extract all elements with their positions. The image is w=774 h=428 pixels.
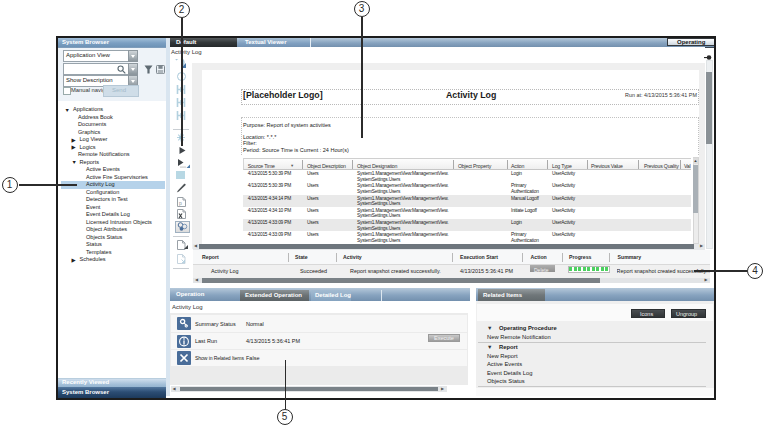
svg-text:p: p: [179, 200, 182, 206]
